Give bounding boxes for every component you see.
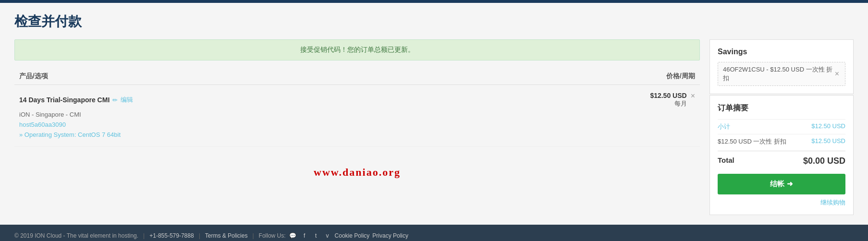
promo-remove-button[interactable]: ×: [834, 70, 840, 78]
os-detail: » Operating System: CentOS 7 64bit: [19, 131, 121, 138]
discount-row: $12.50 USD 一次性 折扣 $12.50 USD: [718, 134, 845, 149]
total-value: $0.00 USD: [803, 156, 845, 166]
remove-product-button[interactable]: ×: [691, 92, 695, 100]
cookie-policy-link[interactable]: Cookie Policy: [335, 232, 370, 239]
facebook-icon: f: [300, 231, 309, 240]
discount-label: $12.50 USD 一次性 折扣: [718, 137, 786, 146]
continue-shopping-link[interactable]: 继续购物: [718, 198, 845, 207]
page-title: 检查并付款: [14, 12, 854, 31]
right-panel: Savings 46OF2W1CSU - $12.50 USD 一次性 折扣 ×…: [709, 39, 854, 215]
promo-input-row: 46OF2W1CSU - $12.50 USD 一次性 折扣 ×: [718, 62, 845, 86]
table-header: 产品/选项 价格/周期: [14, 68, 700, 85]
vimeo-icon: v: [323, 231, 332, 240]
product-row: 14 Days Trial-Singapore CMI ✏ 编辑 $12.50 …: [14, 85, 700, 147]
wechat-icon: 💬: [289, 231, 297, 240]
privacy-policy-link[interactable]: Privacy Policy: [372, 232, 408, 239]
subtotal-label: 小计: [718, 122, 730, 131]
footer-divider2: |: [199, 232, 200, 239]
checkout-button[interactable]: 结帐 ➜: [718, 174, 845, 194]
product-name: 14 Days Trial-Singapore CMI: [19, 96, 110, 104]
discount-value: $12.50 USD: [811, 137, 845, 146]
subtotal-row: 小计 $12.50 USD: [718, 119, 845, 134]
price-period: 每月: [650, 99, 686, 108]
edit-pencil-icon: ✏: [112, 96, 118, 104]
product-name-row: 14 Days Trial-Singapore CMI ✏ 编辑 $12.50 …: [19, 92, 695, 108]
product-details: iON - Singapore - CMI host5a60aa3090 » O…: [19, 110, 695, 140]
savings-box: Savings 46OF2W1CSU - $12.50 USD 一次性 折扣 ×: [709, 39, 854, 94]
savings-title: Savings: [718, 48, 845, 56]
footer-divider1: |: [143, 232, 145, 239]
col-product: 产品/选项: [19, 72, 48, 81]
subtotal-value: $12.50 USD: [811, 122, 845, 131]
promo-code-text: 46OF2W1CSU - $12.50 USD 一次性 折扣: [723, 65, 834, 83]
follow-us-label: Follow Us:: [259, 232, 286, 239]
watermark: www.daniao.org: [14, 147, 700, 188]
footer-divider3: |: [252, 232, 254, 239]
price-amount: $12.50 USD: [650, 92, 686, 99]
hostname-link[interactable]: host5a60aa3090: [19, 121, 66, 128]
price-remove-row: $12.50 USD 每月 ×: [650, 92, 695, 108]
footer: © 2019 ION Cloud - The vital element in …: [0, 225, 868, 241]
footer-copyright: © 2019 ION Cloud - The vital element in …: [14, 232, 138, 239]
left-panel: 接受促销代码！您的订单总额已更新。 产品/选项 价格/周期 14 Days Tr…: [14, 39, 700, 215]
total-row: Total $0.00 USD: [718, 151, 845, 168]
order-summary-title: 订单摘要: [718, 103, 845, 113]
col-price: 价格/周期: [666, 72, 695, 81]
promo-banner: 接受促销代码！您的订单总额已更新。: [14, 39, 700, 60]
order-summary-box: 订单摘要 小计 $12.50 USD $12.50 USD 一次性 折扣 $12…: [709, 95, 854, 215]
twitter-icon: t: [312, 231, 320, 240]
product-detail1: iON - Singapore - CMI: [19, 110, 695, 120]
content-wrapper: 接受促销代码！您的订单总额已更新。 产品/选项 价格/周期 14 Days Tr…: [14, 39, 854, 215]
footer-social: 💬 f t v: [289, 231, 332, 240]
terms-policies-link[interactable]: Terms & Policies: [205, 232, 248, 239]
product-name-left: 14 Days Trial-Singapore CMI ✏ 编辑: [19, 96, 133, 104]
main-container: 检查并付款 接受促销代码！您的订单总额已更新。 产品/选项 价格/周期 14 D…: [0, 3, 868, 225]
footer-phone[interactable]: +1-855-579-7888: [149, 232, 194, 239]
total-label: Total: [718, 156, 734, 166]
price-text-col: $12.50 USD 每月: [650, 92, 686, 108]
edit-link[interactable]: 编辑: [121, 96, 133, 104]
